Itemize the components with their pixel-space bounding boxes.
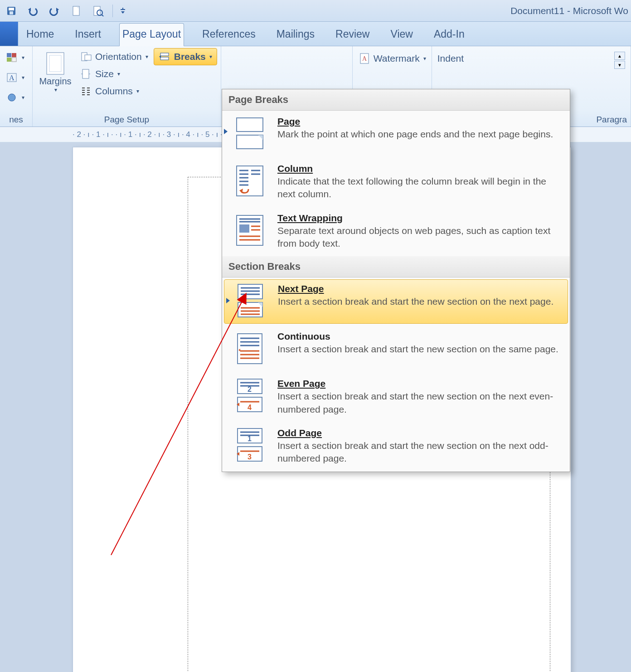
breaks-dropdown: Page Breaks Page Mark the point at which…	[222, 89, 570, 472]
svg-line-6	[102, 15, 104, 16]
menu-desc: Insert a section break and start the new…	[277, 390, 562, 416]
svg-text:A: A	[9, 74, 15, 82]
dropdown-arrow-icon: ▾	[22, 54, 24, 61]
columns-label: Columns	[95, 86, 133, 97]
orientation-icon	[80, 51, 92, 62]
next-page-icon	[233, 283, 268, 319]
print-preview-icon[interactable]	[90, 4, 107, 18]
menu-title: Continuous	[277, 331, 330, 341]
theme-fonts-icon: A	[5, 72, 18, 83]
spinner-up-icon[interactable]: ▲	[614, 52, 625, 60]
columns-button[interactable]: Columns▾	[78, 83, 150, 100]
breaks-icon	[159, 51, 171, 62]
dropdown-arrow-icon: ▾	[117, 71, 120, 77]
tab-review[interactable]: Review	[333, 24, 372, 46]
svg-rect-45	[239, 224, 249, 233]
svg-text:3: 3	[248, 453, 252, 461]
menu-item-text-wrapping-break[interactable]: Text Wrapping Separate text around objec…	[222, 207, 570, 257]
svg-rect-7	[7, 53, 11, 57]
menu-desc: Insert a section break and start the new…	[277, 343, 562, 355]
menu-item-next-page[interactable]: Next Page Insert a section break and sta…	[224, 279, 568, 324]
margins-button[interactable]: Margins ▾	[36, 48, 74, 96]
menu-item-odd-page[interactable]: 1 3 Odd Page Insert a section break and …	[222, 422, 570, 472]
menu-title: Even Page	[277, 378, 325, 389]
page-break-icon	[232, 116, 267, 151]
section-breaks-header: Section Breaks	[222, 256, 570, 278]
tab-mailings[interactable]: Mailings	[274, 24, 317, 46]
menu-desc: Insert a section break and start the new…	[277, 439, 562, 465]
svg-rect-8	[12, 53, 16, 57]
watermark-button[interactable]: AWatermark▾	[356, 50, 428, 67]
columns-icon	[80, 86, 92, 97]
indent-spinner[interactable]: ▲ ▼	[607, 50, 627, 69]
menu-title: Page	[277, 116, 300, 127]
svg-point-13	[8, 94, 15, 101]
file-tab[interactable]	[0, 22, 18, 46]
menu-item-even-page[interactable]: 2 4 Even Page Insert a section break and…	[222, 373, 570, 422]
dropdown-arrow-icon: ▾	[54, 87, 57, 93]
menu-item-continuous[interactable]: Continuous Insert a section break and st…	[222, 326, 570, 373]
menu-title: Column	[277, 163, 313, 174]
menu-item-page-break[interactable]: Page Mark the point at which one page en…	[222, 111, 570, 158]
group-label-themes: nes	[4, 113, 29, 126]
tab-page-layout[interactable]: Page Layout	[119, 23, 184, 46]
undo-icon[interactable]	[24, 4, 42, 18]
tab-home[interactable]: Home	[24, 24, 57, 46]
spinner-down-icon[interactable]: ▼	[614, 61, 625, 69]
svg-rect-29	[160, 53, 169, 56]
save-icon[interactable]	[3, 4, 20, 18]
breaks-button[interactable]: Breaks▾	[154, 48, 217, 65]
dropdown-arrow-icon: ▾	[209, 54, 212, 60]
svg-rect-18	[83, 69, 89, 78]
orientation-button[interactable]: Orientation▾	[78, 48, 150, 65]
margins-label: Margins	[39, 76, 71, 87]
size-label: Size	[95, 68, 114, 79]
column-break-icon	[232, 163, 267, 199]
svg-text:2: 2	[248, 385, 252, 393]
svg-rect-30	[160, 57, 169, 60]
dropdown-arrow-icon: ▾	[22, 74, 24, 81]
menu-item-column-break[interactable]: Column Indicate that the text following …	[222, 158, 570, 207]
svg-text:4: 4	[248, 404, 252, 411]
dropdown-arrow-icon: ▾	[146, 54, 148, 60]
svg-rect-2	[10, 11, 13, 15]
theme-effects-button[interactable]: ▾	[4, 89, 29, 106]
svg-rect-34	[237, 118, 263, 131]
svg-rect-17	[85, 55, 91, 60]
tab-addins[interactable]: Add-In	[431, 24, 467, 46]
size-button[interactable]: Size▾	[78, 65, 150, 83]
svg-rect-35	[237, 135, 263, 149]
continuous-icon	[232, 331, 267, 366]
group-label-page-setup: Page Setup	[36, 113, 217, 126]
ribbon-tabs: Home Insert Page Layout References Maili…	[0, 22, 631, 46]
menu-title: Next Page	[278, 283, 324, 294]
theme-effects-icon	[5, 92, 18, 103]
dropdown-arrow-icon: ▾	[136, 88, 139, 94]
menu-title: Text Wrapping	[277, 213, 343, 223]
indent-label: Indent	[437, 53, 464, 64]
breaks-label: Breaks	[174, 51, 206, 62]
title-bar: Document11 - Microsoft Wo	[0, 0, 631, 22]
even-page-icon: 2 4	[232, 378, 267, 414]
svg-rect-9	[7, 58, 11, 62]
svg-text:1: 1	[248, 435, 252, 443]
svg-rect-10	[12, 58, 16, 62]
group-page-setup: Margins ▾ Orientation▾ Size▾ Columns▾ Br…	[33, 46, 221, 127]
tab-references[interactable]: References	[199, 24, 258, 46]
menu-desc: Separate text around objects on web page…	[277, 224, 562, 250]
theme-colors-button[interactable]: ▾	[4, 49, 29, 66]
new-doc-icon[interactable]	[68, 4, 85, 18]
tab-insert[interactable]: Insert	[72, 24, 104, 46]
size-icon	[80, 68, 92, 79]
svg-text:A: A	[362, 55, 367, 62]
watermark-label: Watermark	[374, 53, 420, 64]
menu-marker-icon	[224, 129, 228, 134]
qat-customize-icon[interactable]	[118, 4, 127, 18]
qat-separator	[112, 5, 113, 17]
dropdown-arrow-icon: ▾	[423, 55, 426, 62]
redo-icon[interactable]	[46, 4, 63, 18]
svg-rect-1	[9, 8, 14, 10]
tab-view[interactable]: View	[388, 24, 415, 46]
theme-fonts-button[interactable]: A▾	[4, 69, 29, 86]
quick-access-toolbar	[0, 4, 127, 18]
